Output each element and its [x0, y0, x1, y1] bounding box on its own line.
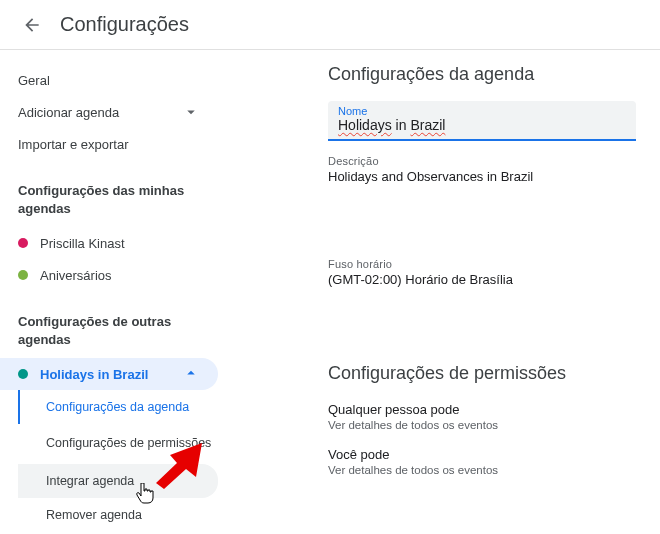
permission-what: Ver detalhes de todos os eventos	[328, 464, 636, 476]
back-button[interactable]	[12, 5, 52, 45]
sidebar-item-import-export[interactable]: Importar e exportar	[0, 128, 218, 160]
sidebar-section-other-calendars: Configurações de outras agendas	[0, 313, 218, 348]
permission-row-you: Você pode Ver detalhes de todos os event…	[328, 447, 636, 476]
settings-sidebar: Geral Adicionar agenda Importar e export…	[0, 50, 218, 534]
agenda-description-value: Holidays and Observances in Brazil	[328, 169, 636, 184]
settings-content: Configurações da agenda Nome Holidays in…	[218, 50, 660, 534]
agenda-description-label: Descrição	[328, 155, 636, 167]
sidebar-subitem-integrate[interactable]: Integrar agenda	[18, 464, 218, 498]
agenda-timezone-label: Fuso horário	[328, 258, 636, 270]
arrow-left-icon	[22, 15, 42, 35]
sidebar-item-label: Integrar agenda	[46, 474, 134, 488]
sidebar-item-label: Adicionar agenda	[18, 105, 119, 120]
calendar-color-dot	[18, 369, 28, 379]
agenda-name-field[interactable]: Nome Holidays in Brazil	[328, 101, 636, 139]
sidebar-item-general[interactable]: Geral	[0, 64, 218, 96]
permission-what: Ver detalhes de todos os eventos	[328, 419, 636, 431]
sidebar-item-label: Configurações da agenda	[46, 400, 189, 414]
permission-who: Você pode	[328, 447, 636, 462]
sidebar-item-label: Geral	[18, 73, 50, 88]
sidebar-item-label: Holidays in Brazil	[40, 367, 148, 382]
calendar-color-dot	[18, 238, 28, 248]
agenda-name-input[interactable]: Holidays in Brazil	[338, 117, 626, 133]
sidebar-item-label: Remover agenda	[46, 508, 142, 522]
agenda-settings-title: Configurações da agenda	[328, 64, 636, 85]
sidebar-item-label: Importar e exportar	[18, 137, 129, 152]
settings-header: Configurações	[0, 0, 660, 50]
sidebar-item-label: Aniversários	[40, 268, 112, 283]
chevron-up-icon	[182, 364, 200, 385]
permission-who: Qualquer pessoa pode	[328, 402, 636, 417]
agenda-name-label: Nome	[338, 105, 626, 117]
sidebar-section-my-calendars: Configurações das minhas agendas	[0, 182, 218, 217]
page-title: Configurações	[60, 13, 189, 36]
permissions-title: Configurações de permissões	[328, 363, 636, 384]
agenda-timezone-value: (GMT-02:00) Horário de Brasília	[328, 272, 636, 287]
sidebar-item-add-calendar[interactable]: Adicionar agenda	[0, 96, 218, 128]
input-focus-underline	[328, 139, 636, 141]
agenda-description: Descrição Holidays and Observances in Br…	[328, 155, 636, 184]
sidebar-calendar-birthdays[interactable]: Aniversários	[0, 259, 218, 291]
sidebar-subitem-agenda-settings[interactable]: Configurações da agenda	[18, 390, 218, 424]
sidebar-subitem-permissions[interactable]: Configurações de permissões	[18, 424, 218, 464]
permissions-section: Configurações de permissões Qualquer pes…	[328, 363, 636, 476]
permission-row-anyone: Qualquer pessoa pode Ver detalhes de tod…	[328, 402, 636, 431]
calendar-color-dot	[18, 270, 28, 280]
sidebar-item-label: Priscilla Kinast	[40, 236, 125, 251]
sidebar-calendar-priscilla[interactable]: Priscilla Kinast	[0, 227, 218, 259]
sidebar-subitem-remove[interactable]: Remover agenda	[18, 498, 218, 532]
sidebar-calendar-holidays-brazil[interactable]: Holidays in Brazil	[0, 358, 218, 390]
sidebar-item-label: Configurações de permissões	[46, 436, 211, 452]
agenda-timezone: Fuso horário (GMT-02:00) Horário de Bras…	[328, 258, 636, 287]
chevron-down-icon	[182, 103, 200, 121]
